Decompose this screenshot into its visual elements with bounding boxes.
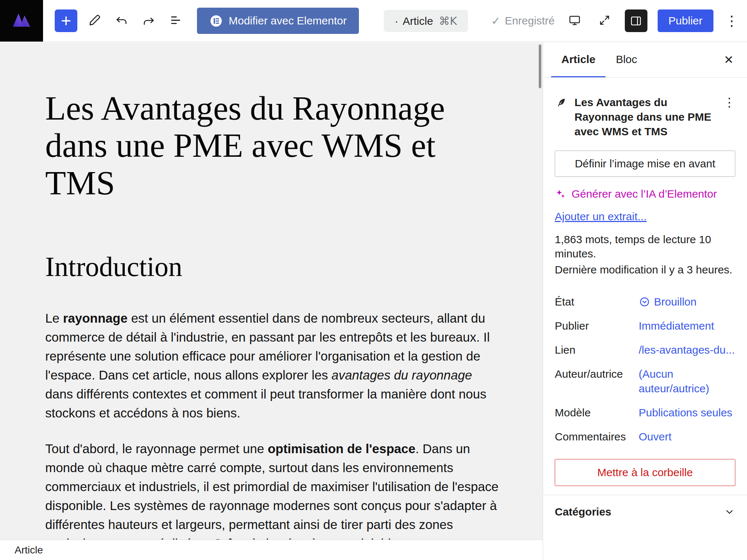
saved-status[interactable]: ✓ Enregistré (491, 15, 555, 27)
sidebar-tabs: Article Bloc ✕ (543, 42, 747, 78)
command-palette-title: Article (403, 15, 433, 27)
row-link-label: Lien (555, 343, 639, 357)
editor-canvas[interactable]: Les Avantages du Rayonnage dans une PME … (0, 42, 543, 540)
edit-with-elementor-button[interactable]: Modifier avec Elementor (197, 8, 359, 34)
undo-button[interactable] (112, 11, 131, 31)
toolbar-right-group: ✓ Enregistré (491, 9, 747, 32)
close-sidebar-button[interactable]: ✕ (720, 51, 738, 69)
template-value-button[interactable]: Publications seules (639, 405, 732, 420)
fullscreen-button[interactable] (595, 11, 615, 31)
row-publish-label: Publier (555, 319, 639, 333)
post-paragraph-2[interactable]: Tout d'abord, le rayonnage permet une op… (45, 439, 503, 540)
edit-tool-button[interactable] (85, 11, 104, 31)
row-status: État Brouillon (555, 290, 735, 314)
trash-button[interactable]: Mettre à la corbeille (555, 459, 735, 486)
command-shortcut: ⌘K (439, 15, 457, 27)
site-logo-icon (11, 9, 32, 32)
word-count-text: 1,863 mots, temps de lecture 10 minutes. (555, 232, 735, 261)
row-link: Lien /les-avantages-du... (555, 338, 735, 362)
post-feather-icon (555, 95, 572, 110)
breadcrumb-post-type[interactable]: Article (15, 544, 43, 556)
settings-sidebar: Article Bloc ✕ Les Avantages du Rayonnag… (543, 42, 747, 560)
settings-sidebar-toggle[interactable] (625, 9, 647, 32)
publish-date-value-button[interactable]: Immédiatement (639, 319, 714, 333)
check-icon: ✓ (491, 15, 500, 27)
publish-button[interactable]: Publier (658, 9, 713, 32)
draft-status-icon (639, 295, 650, 308)
post-actions-menu-button[interactable]: ⋮ (719, 95, 735, 110)
tab-bloc[interactable]: Bloc (605, 42, 647, 77)
expand-icon (598, 13, 611, 28)
document-breadcrumb-bar: Article (0, 540, 543, 560)
elementor-ai-generate-link[interactable]: Générer avec l’IA d’Elementor (555, 188, 735, 200)
permalink-value-button[interactable]: /les-avantages-du... (639, 343, 735, 357)
block-inserter-button[interactable]: + (55, 9, 77, 32)
row-comments: Commentaires Ouvert (555, 425, 735, 449)
status-value-button[interactable]: Brouillon (639, 295, 697, 309)
command-palette-dot: · (395, 15, 398, 27)
post-paragraph-1[interactable]: Le rayonnage est un élément essentiel da… (45, 309, 503, 423)
plus-icon: + (61, 12, 71, 30)
heading-introduction[interactable]: Introduction (45, 251, 543, 283)
post-settings-rows: État Brouillon Publier Immédiatement (555, 290, 735, 449)
author-value-button[interactable]: (Aucun auteur/autrice) (639, 367, 735, 396)
row-publish-date: Publier Immédiatement (555, 314, 735, 338)
sidebar-post-title: Les Avantages du Rayonnage dans une PME … (574, 95, 717, 139)
redo-icon (142, 14, 155, 28)
pencil-icon (88, 13, 101, 28)
preview-button[interactable] (565, 11, 585, 31)
post-card: Les Avantages du Rayonnage dans une PME … (555, 95, 735, 139)
featured-image-button[interactable]: Définir l’image mise en avant (555, 151, 735, 177)
sidebar-panel-icon (629, 14, 643, 28)
edit-with-elementor-label: Modifier avec Elementor (229, 15, 347, 27)
site-logo[interactable] (0, 0, 43, 42)
chevron-down-icon (724, 506, 735, 518)
undo-icon (115, 13, 128, 28)
options-menu-button[interactable]: ⋮ (724, 13, 740, 29)
status-value-label: Brouillon (654, 295, 697, 309)
tab-article[interactable]: Article (551, 42, 605, 77)
elementor-ai-label: Générer avec l’IA d’Elementor (572, 188, 717, 200)
elementor-logo-icon (209, 14, 223, 28)
sparkles-icon (555, 188, 566, 200)
editor-toolbar: + (0, 0, 747, 42)
row-author-label: Auteur/autrice (555, 367, 639, 381)
last-modified-text: Dernière modification il y a 3 heures. (555, 262, 735, 277)
canvas-scrollbar-thumb[interactable] (539, 44, 541, 88)
categories-label: Catégories (555, 506, 611, 518)
command-palette-button[interactable]: · Article ⌘K (384, 10, 468, 32)
wordpress-block-editor: + (0, 0, 747, 560)
row-author: Auteur/autrice (Aucun auteur/autrice) (555, 362, 735, 401)
row-template: Modèle Publications seules (555, 401, 735, 425)
categories-panel-toggle[interactable]: Catégories (543, 495, 747, 529)
toolbar-left-group: + (55, 8, 359, 34)
list-view-icon (169, 13, 182, 28)
saved-label: Enregistré (505, 15, 555, 27)
post-title[interactable]: Les Avantages du Rayonnage dans une PME … (45, 90, 487, 202)
row-comments-label: Commentaires (555, 429, 639, 444)
redo-button[interactable] (139, 11, 158, 31)
post-summary-panel: Les Avantages du Rayonnage dans une PME … (543, 78, 747, 495)
document-overview-button[interactable] (166, 11, 185, 31)
row-status-label: État (555, 295, 639, 309)
add-excerpt-link[interactable]: Ajouter un extrait... (555, 210, 647, 223)
row-template-label: Modèle (555, 405, 639, 420)
comments-value-button[interactable]: Ouvert (639, 429, 671, 444)
desktop-preview-icon (568, 13, 581, 28)
post-content: Les Avantages du Rayonnage dans une PME … (0, 42, 543, 540)
